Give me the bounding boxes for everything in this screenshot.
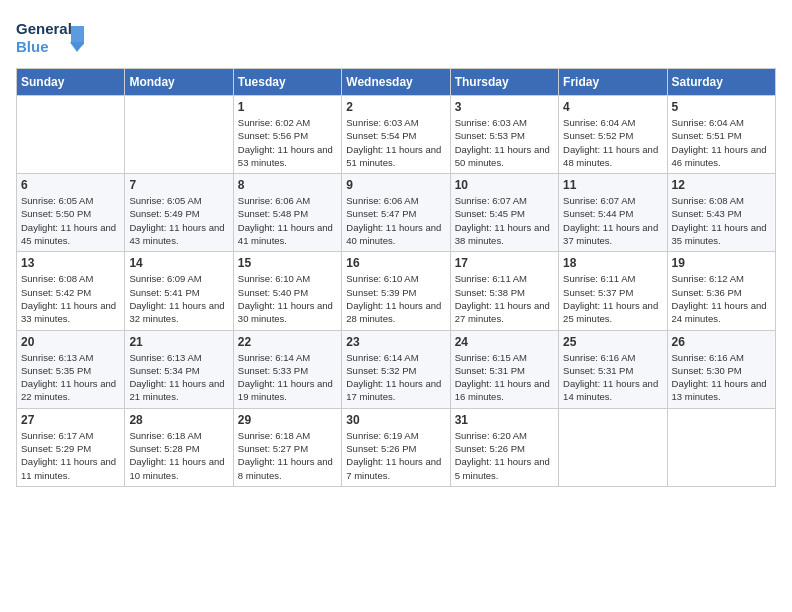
day-number: 25: [563, 335, 662, 349]
day-number: 28: [129, 413, 228, 427]
calendar-week-row: 6Sunrise: 6:05 AMSunset: 5:50 PMDaylight…: [17, 174, 776, 252]
cell-info: Sunrise: 6:04 AMSunset: 5:51 PMDaylight:…: [672, 116, 771, 169]
calendar-cell: [559, 408, 667, 486]
svg-text:General: General: [16, 20, 72, 37]
calendar-cell: 3Sunrise: 6:03 AMSunset: 5:53 PMDaylight…: [450, 96, 558, 174]
weekday-header: Thursday: [450, 69, 558, 96]
svg-text:Blue: Blue: [16, 38, 49, 55]
cell-info: Sunrise: 6:12 AMSunset: 5:36 PMDaylight:…: [672, 272, 771, 325]
calendar-cell: 11Sunrise: 6:07 AMSunset: 5:44 PMDayligh…: [559, 174, 667, 252]
calendar-cell: [17, 96, 125, 174]
day-number: 1: [238, 100, 337, 114]
day-number: 21: [129, 335, 228, 349]
cell-info: Sunrise: 6:02 AMSunset: 5:56 PMDaylight:…: [238, 116, 337, 169]
calendar-cell: 24Sunrise: 6:15 AMSunset: 5:31 PMDayligh…: [450, 330, 558, 408]
calendar-week-row: 20Sunrise: 6:13 AMSunset: 5:35 PMDayligh…: [17, 330, 776, 408]
calendar-week-row: 1Sunrise: 6:02 AMSunset: 5:56 PMDaylight…: [17, 96, 776, 174]
cell-info: Sunrise: 6:07 AMSunset: 5:44 PMDaylight:…: [563, 194, 662, 247]
cell-info: Sunrise: 6:20 AMSunset: 5:26 PMDaylight:…: [455, 429, 554, 482]
calendar-cell: 17Sunrise: 6:11 AMSunset: 5:38 PMDayligh…: [450, 252, 558, 330]
weekday-header-row: SundayMondayTuesdayWednesdayThursdayFrid…: [17, 69, 776, 96]
calendar-cell: 15Sunrise: 6:10 AMSunset: 5:40 PMDayligh…: [233, 252, 341, 330]
cell-info: Sunrise: 6:08 AMSunset: 5:43 PMDaylight:…: [672, 194, 771, 247]
calendar-cell: 12Sunrise: 6:08 AMSunset: 5:43 PMDayligh…: [667, 174, 775, 252]
day-number: 26: [672, 335, 771, 349]
calendar-week-row: 27Sunrise: 6:17 AMSunset: 5:29 PMDayligh…: [17, 408, 776, 486]
calendar-cell: 5Sunrise: 6:04 AMSunset: 5:51 PMDaylight…: [667, 96, 775, 174]
day-number: 14: [129, 256, 228, 270]
calendar-cell: 10Sunrise: 6:07 AMSunset: 5:45 PMDayligh…: [450, 174, 558, 252]
weekday-header: Friday: [559, 69, 667, 96]
cell-info: Sunrise: 6:19 AMSunset: 5:26 PMDaylight:…: [346, 429, 445, 482]
calendar-cell: 13Sunrise: 6:08 AMSunset: 5:42 PMDayligh…: [17, 252, 125, 330]
day-number: 2: [346, 100, 445, 114]
day-number: 27: [21, 413, 120, 427]
weekday-header: Saturday: [667, 69, 775, 96]
day-number: 15: [238, 256, 337, 270]
cell-info: Sunrise: 6:03 AMSunset: 5:54 PMDaylight:…: [346, 116, 445, 169]
day-number: 4: [563, 100, 662, 114]
calendar-cell: 22Sunrise: 6:14 AMSunset: 5:33 PMDayligh…: [233, 330, 341, 408]
day-number: 30: [346, 413, 445, 427]
logo: GeneralBlue: [16, 16, 86, 60]
day-number: 31: [455, 413, 554, 427]
cell-info: Sunrise: 6:10 AMSunset: 5:40 PMDaylight:…: [238, 272, 337, 325]
page-header: GeneralBlue: [16, 16, 776, 60]
day-number: 5: [672, 100, 771, 114]
calendar-cell: [667, 408, 775, 486]
day-number: 22: [238, 335, 337, 349]
cell-info: Sunrise: 6:18 AMSunset: 5:28 PMDaylight:…: [129, 429, 228, 482]
day-number: 12: [672, 178, 771, 192]
cell-info: Sunrise: 6:08 AMSunset: 5:42 PMDaylight:…: [21, 272, 120, 325]
calendar-cell: 19Sunrise: 6:12 AMSunset: 5:36 PMDayligh…: [667, 252, 775, 330]
calendar-cell: 27Sunrise: 6:17 AMSunset: 5:29 PMDayligh…: [17, 408, 125, 486]
day-number: 10: [455, 178, 554, 192]
calendar-cell: 16Sunrise: 6:10 AMSunset: 5:39 PMDayligh…: [342, 252, 450, 330]
cell-info: Sunrise: 6:04 AMSunset: 5:52 PMDaylight:…: [563, 116, 662, 169]
weekday-header: Monday: [125, 69, 233, 96]
day-number: 19: [672, 256, 771, 270]
day-number: 29: [238, 413, 337, 427]
calendar-cell: 28Sunrise: 6:18 AMSunset: 5:28 PMDayligh…: [125, 408, 233, 486]
calendar-cell: 25Sunrise: 6:16 AMSunset: 5:31 PMDayligh…: [559, 330, 667, 408]
calendar-cell: 21Sunrise: 6:13 AMSunset: 5:34 PMDayligh…: [125, 330, 233, 408]
day-number: 18: [563, 256, 662, 270]
weekday-header: Sunday: [17, 69, 125, 96]
cell-info: Sunrise: 6:07 AMSunset: 5:45 PMDaylight:…: [455, 194, 554, 247]
day-number: 24: [455, 335, 554, 349]
calendar-cell: 6Sunrise: 6:05 AMSunset: 5:50 PMDaylight…: [17, 174, 125, 252]
day-number: 11: [563, 178, 662, 192]
cell-info: Sunrise: 6:11 AMSunset: 5:37 PMDaylight:…: [563, 272, 662, 325]
calendar-cell: 9Sunrise: 6:06 AMSunset: 5:47 PMDaylight…: [342, 174, 450, 252]
cell-info: Sunrise: 6:15 AMSunset: 5:31 PMDaylight:…: [455, 351, 554, 404]
day-number: 20: [21, 335, 120, 349]
cell-info: Sunrise: 6:05 AMSunset: 5:49 PMDaylight:…: [129, 194, 228, 247]
cell-info: Sunrise: 6:14 AMSunset: 5:33 PMDaylight:…: [238, 351, 337, 404]
cell-info: Sunrise: 6:06 AMSunset: 5:48 PMDaylight:…: [238, 194, 337, 247]
cell-info: Sunrise: 6:09 AMSunset: 5:41 PMDaylight:…: [129, 272, 228, 325]
cell-info: Sunrise: 6:06 AMSunset: 5:47 PMDaylight:…: [346, 194, 445, 247]
calendar-cell: 8Sunrise: 6:06 AMSunset: 5:48 PMDaylight…: [233, 174, 341, 252]
cell-info: Sunrise: 6:16 AMSunset: 5:31 PMDaylight:…: [563, 351, 662, 404]
cell-info: Sunrise: 6:14 AMSunset: 5:32 PMDaylight:…: [346, 351, 445, 404]
day-number: 23: [346, 335, 445, 349]
weekday-header: Wednesday: [342, 69, 450, 96]
cell-info: Sunrise: 6:03 AMSunset: 5:53 PMDaylight:…: [455, 116, 554, 169]
cell-info: Sunrise: 6:11 AMSunset: 5:38 PMDaylight:…: [455, 272, 554, 325]
calendar-cell: 18Sunrise: 6:11 AMSunset: 5:37 PMDayligh…: [559, 252, 667, 330]
cell-info: Sunrise: 6:18 AMSunset: 5:27 PMDaylight:…: [238, 429, 337, 482]
calendar-week-row: 13Sunrise: 6:08 AMSunset: 5:42 PMDayligh…: [17, 252, 776, 330]
cell-info: Sunrise: 6:05 AMSunset: 5:50 PMDaylight:…: [21, 194, 120, 247]
day-number: 8: [238, 178, 337, 192]
cell-info: Sunrise: 6:13 AMSunset: 5:35 PMDaylight:…: [21, 351, 120, 404]
day-number: 9: [346, 178, 445, 192]
calendar-cell: 1Sunrise: 6:02 AMSunset: 5:56 PMDaylight…: [233, 96, 341, 174]
day-number: 7: [129, 178, 228, 192]
calendar-cell: 7Sunrise: 6:05 AMSunset: 5:49 PMDaylight…: [125, 174, 233, 252]
day-number: 3: [455, 100, 554, 114]
calendar-table: SundayMondayTuesdayWednesdayThursdayFrid…: [16, 68, 776, 487]
day-number: 17: [455, 256, 554, 270]
day-number: 6: [21, 178, 120, 192]
calendar-cell: 30Sunrise: 6:19 AMSunset: 5:26 PMDayligh…: [342, 408, 450, 486]
logo-svg: GeneralBlue: [16, 16, 86, 60]
